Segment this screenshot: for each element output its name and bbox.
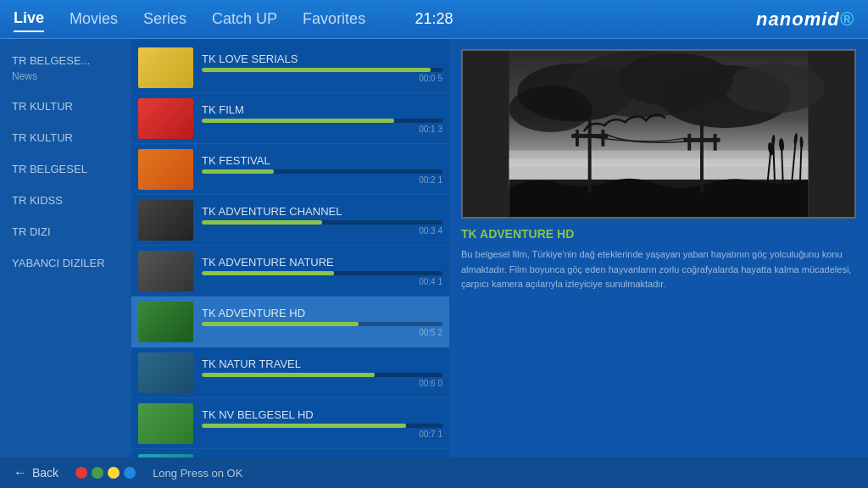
channel-meta-4: 00:4 1 [202, 277, 442, 286]
channel-thumb-2 [138, 149, 193, 190]
channel-thumb-3 [138, 200, 193, 241]
channel-meta-1: 00:1 3 [202, 125, 442, 134]
channel-name-1: TK FILM [202, 103, 442, 116]
channel-thumb-7 [138, 403, 193, 444]
progress-container-6 [202, 373, 442, 377]
channel-meta-7: 00:7 1 [202, 430, 442, 439]
progress-container-4 [202, 271, 442, 275]
channel-thumb-0 [138, 47, 193, 88]
channel-item-1[interactable]: TK FILM 00:1 3 [131, 93, 449, 144]
channel-thumb-1 [138, 98, 193, 139]
channel-name-3: TK ADVENTURE CHANNEL [202, 205, 442, 218]
svg-rect-14 [700, 121, 704, 191]
svg-rect-8 [509, 151, 809, 168]
channel-item-4[interactable]: TK ADVENTURE NATURE 00:4 1 [131, 246, 449, 297]
channel-name-0: TK LOVE SERIALS [202, 53, 442, 65]
channel-thumb-6 [138, 352, 193, 393]
channel-item-6[interactable]: TK NATUR TRAVEL 00:6 0 [131, 347, 449, 398]
ok-hint: Long Press on OK [153, 467, 242, 480]
sidebar-item-2[interactable]: TR KULTUR [0, 123, 131, 154]
channel-meta-0: 00:0 5 [202, 74, 442, 83]
svg-rect-16 [687, 134, 691, 151]
brand-logo: nanomid® [756, 8, 854, 30]
channel-item-7[interactable]: TK NV BELGESEL HD 00:7 1 [131, 398, 449, 449]
channel-item-8[interactable]: TK DIZI DUNYASI 00:8 3 [131, 449, 449, 458]
svg-point-6 [617, 53, 733, 107]
channel-thumb-8 [138, 454, 193, 458]
progress-bar-0 [202, 68, 431, 72]
progress-container-7 [202, 424, 442, 428]
channel-list: TK LOVE SERIALS 00:0 5 TK FILM 00:1 3 [131, 39, 449, 458]
color-buttons [75, 467, 136, 479]
nav-catchup[interactable]: Catch UP [212, 7, 277, 31]
progress-bar-4 [202, 271, 334, 275]
channel-info-2: TK FESTIVAL 00:2 1 [202, 154, 442, 185]
channel-name-7: TK NV BELGESEL HD [202, 408, 442, 421]
sidebar-item-0[interactable]: TR BELGESE... News [0, 46, 131, 92]
progress-bar-1 [202, 119, 394, 123]
category-sidebar: TR BELGESE... News TR KULTUR TR KULTUR T… [0, 39, 131, 458]
progress-container-1 [202, 119, 442, 123]
nav-live[interactable]: Live [14, 6, 44, 32]
progress-bar-7 [202, 424, 406, 428]
clock-display: 21:28 [415, 10, 453, 28]
progress-bar-3 [202, 220, 322, 225]
sidebar-item-6[interactable]: YABANCI DIZILER [0, 248, 131, 280]
channel-meta-2: 00:2 1 [202, 175, 442, 185]
nav-favorites[interactable]: Favorites [303, 7, 365, 31]
channel-name-6: TK NATUR TRAVEL [202, 358, 442, 370]
channel-item-3[interactable]: TK ADVENTURE CHANNEL 00:3 4 [131, 195, 449, 246]
svg-rect-12 [576, 130, 579, 147]
sidebar-item-5[interactable]: TR DIZI [0, 217, 131, 248]
channel-meta-3: 00:3 4 [202, 226, 442, 236]
svg-point-4 [725, 64, 825, 114]
svg-rect-10 [588, 117, 592, 191]
channel-info-1: TK FILM 00:1 3 [202, 103, 442, 134]
channel-info-0: TK LOVE SERIALS 00:0 5 [202, 53, 442, 83]
red-button[interactable] [75, 467, 87, 479]
bottom-bar: ← Back Long Press on OK [0, 458, 868, 488]
top-navigation: Live Movies Series Catch UP Favorites 21… [0, 0, 868, 39]
channel-item-0[interactable]: TK LOVE SERIALS 00:0 5 [131, 42, 449, 93]
channel-info-3: TK ADVENTURE CHANNEL 00:3 4 [202, 205, 442, 236]
svg-point-5 [509, 86, 593, 132]
program-description: Bu belgesel film, Türkiye'nin dağ etekle… [461, 247, 856, 292]
channel-meta-6: 00:6 0 [202, 379, 442, 388]
progress-bar-2 [202, 169, 274, 174]
channel-item-2[interactable]: TK FESTIVAL 00:2 1 [131, 144, 449, 195]
sidebar-item-4[interactable]: TR KIDSS [0, 186, 131, 217]
sidebar-item-1[interactable]: TR KULTUR [0, 92, 131, 123]
progress-container-0 [202, 68, 442, 72]
preview-panel: TK ADVENTURE HD Bu belgesel film, Türkiy… [449, 39, 868, 458]
channel-name-5: TK ADVENTURE HD [202, 307, 442, 319]
nav-movies[interactable]: Movies [70, 7, 118, 31]
progress-bar-6 [202, 373, 375, 377]
channel-info-5: TK ADVENTURE HD 00:5 2 [202, 307, 442, 337]
channel-thumb-4 [138, 251, 193, 291]
channel-name-4: TK ADVENTURE NATURE [202, 256, 442, 269]
back-arrow-icon: ← [14, 465, 27, 480]
channel-name-2: TK FESTIVAL [202, 154, 442, 167]
green-button[interactable] [92, 467, 103, 479]
channel-item-5[interactable]: TK ADVENTURE HD 00:5 2 [131, 297, 449, 347]
channel-info-7: TK NV BELGESEL HD 00:7 1 [202, 408, 442, 439]
channel-preview [461, 49, 856, 219]
progress-bar-5 [202, 322, 359, 326]
channel-info-4: TK ADVENTURE NATURE 00:4 1 [202, 256, 442, 286]
svg-rect-17 [714, 134, 717, 151]
back-button[interactable]: ← Back [14, 465, 58, 480]
main-content: TR BELGESE... News TR KULTUR TR KULTUR T… [0, 39, 868, 458]
blue-button[interactable] [124, 467, 136, 479]
nav-series[interactable]: Series [143, 7, 186, 31]
channel-info-6: TK NATUR TRAVEL 00:6 0 [202, 358, 442, 388]
program-title: TK ADVENTURE HD [461, 227, 856, 241]
channel-thumb-5 [138, 302, 193, 342]
progress-container-3 [202, 220, 442, 225]
program-info: TK ADVENTURE HD Bu belgesel film, Türkiy… [461, 227, 856, 447]
progress-container-5 [202, 322, 442, 326]
progress-container-2 [202, 169, 442, 174]
yellow-button[interactable] [108, 467, 120, 479]
sidebar-item-3[interactable]: TR BELGESEL [0, 154, 131, 186]
channel-meta-5: 00:5 2 [202, 328, 442, 337]
